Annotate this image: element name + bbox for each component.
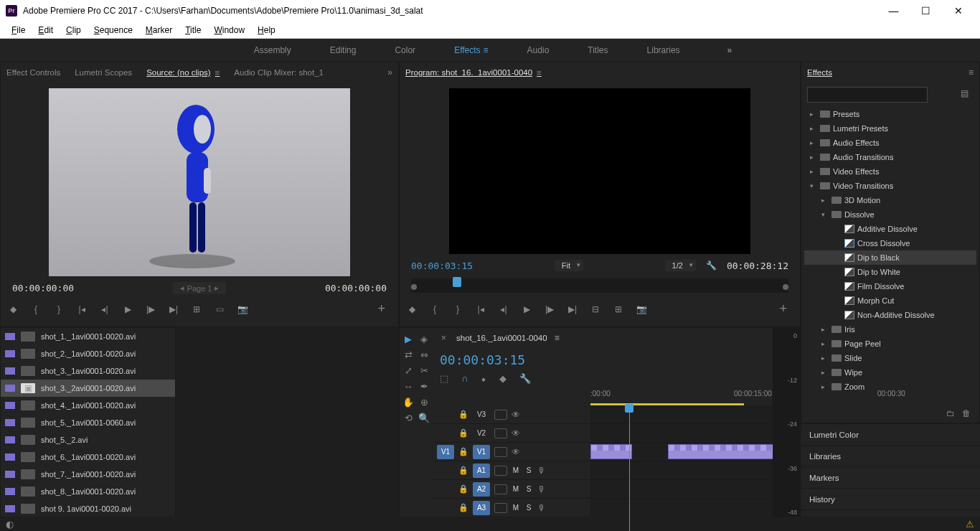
mute-button[interactable]: M (512, 504, 520, 512)
program-video-view[interactable] (449, 88, 750, 254)
track-label-v1[interactable]: V1 (473, 445, 490, 459)
clip-name[interactable]: shot_6._1avi0001-0020.avi (41, 453, 136, 461)
track-source-v1[interactable]: V1 (437, 445, 454, 459)
clip-name[interactable]: shot_2._1avi0001-0020.avi (41, 349, 136, 358)
clip-block[interactable] (590, 444, 632, 459)
tab-effect-controls[interactable]: Effect Controls (6, 68, 60, 77)
menu-edit[interactable]: Edit (32, 24, 59, 37)
eye-icon[interactable]: 👁 (512, 428, 520, 438)
sequence-name[interactable]: shot_16._1avi0001-0040 (456, 334, 547, 342)
in-point-icon[interactable]: { (29, 303, 42, 316)
clip-name[interactable]: shot_3._2avi0001-0020.avi (41, 384, 136, 393)
new-preset-bin-icon[interactable]: ▤ (961, 88, 974, 101)
out-point-icon[interactable]: } (52, 303, 65, 316)
track-toggle[interactable] (494, 428, 507, 438)
type-tool-icon[interactable]: ⟲ (402, 411, 415, 424)
track-toggle[interactable] (494, 484, 507, 494)
effects-tree[interactable]: ▸Presets ▸Lumetri Presets ▸Audio Effects… (801, 107, 979, 404)
go-to-in-icon[interactable]: |◂ (474, 303, 487, 316)
insert-icon[interactable]: ⊞ (190, 303, 203, 316)
effect-cross-dissolve[interactable]: Cross Dissolve (857, 239, 910, 248)
track-toggle[interactable] (494, 466, 507, 476)
mic-icon[interactable]: 🎙 (537, 466, 546, 476)
track-content[interactable] (590, 424, 773, 442)
maximize-button[interactable]: ☐ (910, 0, 942, 22)
tree-iris[interactable]: Iris (844, 325, 855, 334)
lock-icon[interactable]: 🔒 (458, 503, 468, 512)
workspace-assembly[interactable]: Assembly (248, 42, 297, 58)
tree-wipe[interactable]: Wipe (844, 368, 862, 377)
linked-selection-icon[interactable]: ∩ (461, 373, 468, 384)
minimize-button[interactable]: — (877, 0, 910, 22)
tab-effects[interactable]: Effects (807, 68, 832, 77)
step-back-icon[interactable]: ◂| (98, 303, 111, 316)
lift-icon[interactable]: ⊟ (589, 303, 602, 316)
solo-button[interactable]: S (524, 504, 533, 512)
timeline-ruler[interactable]: :00:00 00:00:15:00 00:00:30 (590, 390, 773, 405)
step-fwd-icon[interactable]: |▶ (144, 303, 157, 316)
workspace-editing[interactable]: Editing (324, 42, 362, 58)
lock-icon[interactable]: 🔒 (458, 484, 468, 494)
tree-zoom[interactable]: Zoom (844, 382, 864, 391)
track-select-tool-icon[interactable]: ◈ (418, 332, 430, 345)
effects-search-input[interactable] (807, 87, 928, 103)
track-toggle[interactable] (494, 447, 507, 457)
menu-help[interactable]: Help (252, 24, 281, 37)
tree-video-effects[interactable]: Video Effects (833, 167, 879, 176)
timeline-playhead[interactable] (629, 405, 630, 531)
slip-tool-icon[interactable]: ↔ (402, 380, 415, 393)
clip-name[interactable]: shot 9. 1avi0001-0020.avi (41, 504, 131, 513)
mute-button[interactable]: M (512, 466, 520, 474)
menu-window[interactable]: Window (208, 24, 250, 37)
clip-name[interactable]: shot_1._1avi0001-0020.avi (41, 332, 136, 341)
step-fwd-icon[interactable]: |▶ (543, 303, 556, 316)
workspace-color[interactable]: Color (389, 42, 421, 58)
effect-non-additive-dissolve[interactable]: Non-Additive Dissolve (857, 311, 935, 319)
clip-name[interactable]: shot_3._1avi0001-0020.avi (41, 367, 136, 375)
project-bin-list[interactable]: shot_1._1avi0001-0020.avi shot_2._1avi00… (1, 328, 175, 530)
workspace-audio[interactable]: Audio (522, 42, 555, 58)
track-content[interactable] (590, 405, 773, 423)
selection-tool-icon[interactable]: ▶ (402, 332, 415, 345)
playhead-icon[interactable] (453, 277, 461, 287)
program-resolution-dropdown[interactable]: 1/2 (665, 260, 696, 271)
tree-audio-transitions[interactable]: Audio Transitions (833, 153, 893, 161)
timeline-menu-icon[interactable]: ≡ (555, 333, 560, 343)
new-bin-icon[interactable]: 🗀 (946, 408, 955, 418)
add-marker-icon[interactable]: ◆ (405, 303, 418, 316)
overwrite-icon[interactable]: ▭ (213, 303, 226, 316)
workspace-effects[interactable]: Effects≡ (448, 42, 494, 58)
track-toggle[interactable] (494, 503, 507, 513)
tree-lumetri-presets[interactable]: Lumetri Presets (833, 124, 888, 133)
razor-tool-icon[interactable]: ✂ (418, 364, 430, 377)
panel-history[interactable]: History (801, 488, 980, 509)
tab-audio-clip-mixer[interactable]: Audio Clip Mixer: shot_1 (234, 68, 324, 77)
warning-icon[interactable]: ⚠ (966, 519, 974, 530)
ripple-tool-icon[interactable]: ⇄ (402, 348, 415, 361)
menu-clip[interactable]: Clip (60, 24, 87, 37)
lock-icon[interactable]: 🔒 (458, 447, 468, 456)
source-add-button[interactable]: + (377, 301, 385, 316)
tree-dissolve[interactable]: Dissolve (844, 210, 875, 219)
panel-libraries[interactable]: Libraries (801, 445, 980, 466)
program-fit-dropdown[interactable]: Fit (555, 260, 583, 271)
wrench-icon[interactable]: 🔧 (519, 373, 531, 384)
track-label-v3[interactable]: V3 (473, 408, 490, 422)
panel-lumetri-color[interactable]: Lumetri Color (801, 423, 980, 445)
source-page-selector[interactable]: ◂ Page 1 ▸ (173, 282, 227, 294)
extract-icon[interactable]: ⊞ (612, 303, 625, 316)
eye-icon[interactable]: 👁 (512, 447, 520, 457)
clip-name[interactable]: shot_5._1avi0001-0060.avi (41, 418, 136, 427)
go-in-icon[interactable]: |◂ (75, 303, 88, 316)
effect-additive-dissolve[interactable]: Additive Dissolve (857, 225, 918, 233)
add-marker-icon[interactable]: ⬥ (481, 373, 486, 384)
export-frame-icon[interactable]: 📷 (236, 303, 249, 316)
clip-name[interactable]: shot_4._1avi0001-0020.avi (41, 401, 136, 410)
step-back-icon[interactable]: ◂| (497, 303, 510, 316)
menu-file[interactable]: File (6, 24, 31, 37)
menu-title[interactable]: Title (179, 24, 207, 37)
track-label-a1[interactable]: A1 (473, 464, 490, 478)
effect-dip-to-black[interactable]: Dip to Black (857, 253, 900, 262)
tree-video-transitions[interactable]: Video Transitions (833, 182, 893, 190)
hand-tool-icon[interactable]: ✋ (402, 395, 415, 408)
